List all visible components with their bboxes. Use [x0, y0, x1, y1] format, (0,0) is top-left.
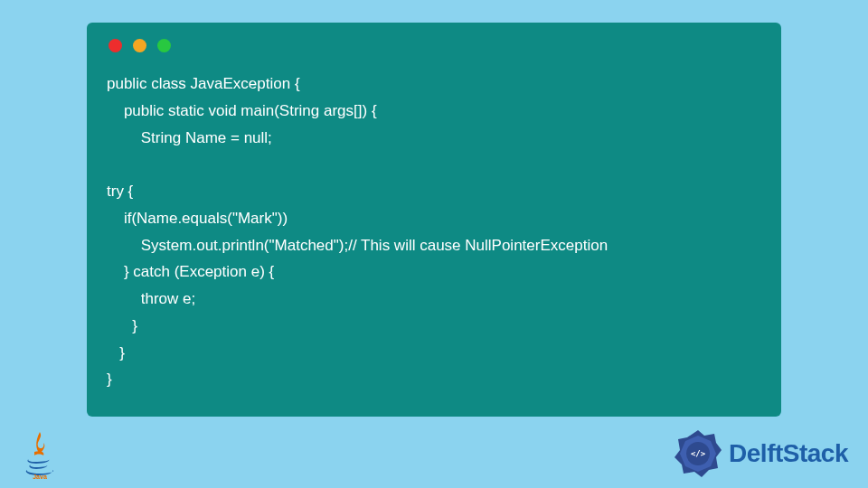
minimize-icon[interactable]	[133, 39, 146, 52]
code-window: public class JavaException { public stat…	[87, 23, 781, 417]
window-controls	[107, 39, 761, 52]
svg-text:</>: </>	[691, 449, 706, 458]
svg-text:Java: Java	[33, 474, 47, 479]
delftstack-logo: </> DelftStack	[673, 428, 848, 479]
close-icon[interactable]	[108, 39, 122, 52]
maximize-icon[interactable]	[157, 39, 171, 52]
code-block: public class JavaException { public stat…	[107, 70, 761, 393]
delftstack-badge-icon: </>	[673, 428, 723, 479]
java-logo-icon: Java	[22, 430, 58, 479]
delftstack-text: DelftStack	[729, 439, 848, 468]
